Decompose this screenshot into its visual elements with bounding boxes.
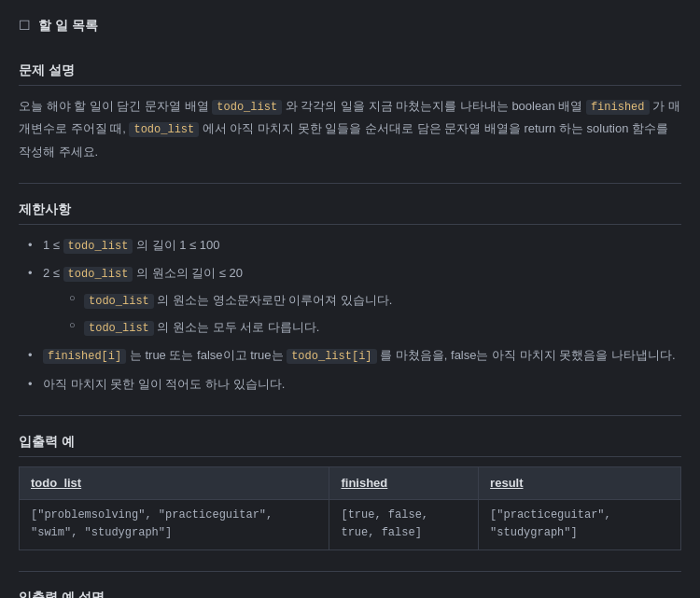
keyword-todo-list-2: todo_list [129, 122, 199, 137]
constraints-body: 1 ≤ todo_list 의 길이 1 ≤ 100 2 ≤ todo_list… [19, 234, 681, 395]
io-cell-todo-1: ["problemsolving", "practiceguitar", "sw… [20, 500, 329, 549]
io-col-header-todo: todo_list [20, 466, 329, 500]
io-table: todo_list finished result ["problemsolvi… [19, 466, 681, 550]
divider-2 [19, 415, 681, 416]
io-explanation-section: 입출력 예 설명 입출력 예 #1 예제 1번의 todo_list 중에서 "… [19, 587, 681, 598]
io-table-body: ["problemsolving", "practiceguitar", "sw… [20, 500, 681, 549]
constraints-section: 제한사항 1 ≤ todo_list 의 길이 1 ≤ 100 2 ≤ todo… [19, 199, 681, 395]
keyword-todo-list-1: todo_list [212, 100, 282, 115]
divider-3 [19, 571, 681, 572]
page-title-bar: ☐ 할 일 목록 [19, 15, 681, 43]
sub-constraints-list: todo_list 의 원소는 영소문자로만 이루어져 있습니다. todo_l… [43, 289, 681, 339]
constraint-item-2: 2 ≤ todo_list 의 원소의 길이 ≤ 20 todo_list 의 … [28, 262, 681, 339]
problem-body: 오늘 해야 할 일이 담긴 문자열 배열 todo_list 와 각각의 일을 … [19, 95, 681, 163]
constraint-item-4: 아직 마치지 못한 일이 적어도 하나 있습니다. [28, 373, 681, 395]
io-example-section: 입출력 예 todo_list finished result ["proble… [19, 431, 681, 550]
keyword-todo-list-idx: todo_list[i] [287, 349, 376, 364]
io-col-header-result: result [479, 466, 681, 500]
io-cell-result-1: ["practiceguitar", "studygraph"] [479, 500, 681, 549]
constraint-item-3: finished[i] 는 true 또는 false이고 true는 todo… [28, 344, 681, 368]
problem-section: 문제 설명 오늘 해야 할 일이 담긴 문자열 배열 todo_list 와 각… [19, 60, 681, 162]
keyword-finished-1: finished [586, 100, 650, 115]
page-title: 할 일 목록 [38, 15, 98, 35]
keyword-todo-list-sub2: todo_list [84, 321, 154, 336]
io-col-header-finished: finished [329, 466, 479, 500]
io-cell-finished-1: [true, false, true, false] [329, 500, 479, 549]
keyword-finished-idx: finished[i] [43, 349, 126, 364]
io-table-header-row: todo_list finished result [20, 466, 681, 500]
constraints-list: 1 ≤ todo_list 의 길이 1 ≤ 100 2 ≤ todo_list… [19, 234, 681, 395]
io-table-row-1: ["problemsolving", "practiceguitar", "sw… [20, 500, 681, 549]
keyword-todo-list-c2: todo_list [63, 267, 133, 282]
constraints-section-title: 제한사항 [19, 199, 681, 224]
divider-1 [19, 183, 681, 184]
problem-section-title: 문제 설명 [19, 60, 681, 85]
keyword-todo-list-c1: todo_list [63, 239, 133, 254]
sub-constraint-item-1: todo_list 의 원소는 영소문자로만 이루어져 있습니다. [69, 289, 681, 313]
sub-constraint-item-2: todo_list 의 원소는 모두 서로 다릅니다. [69, 316, 681, 340]
keyword-todo-list-sub1: todo_list [84, 294, 154, 309]
checkbox-icon: ☐ [19, 15, 31, 35]
io-explanation-section-title: 입출력 예 설명 [19, 587, 681, 598]
constraint-item-1: 1 ≤ todo_list 의 길이 1 ≤ 100 [28, 234, 681, 257]
io-section-title: 입출력 예 [19, 431, 681, 456]
io-table-head: todo_list finished result [20, 466, 681, 500]
